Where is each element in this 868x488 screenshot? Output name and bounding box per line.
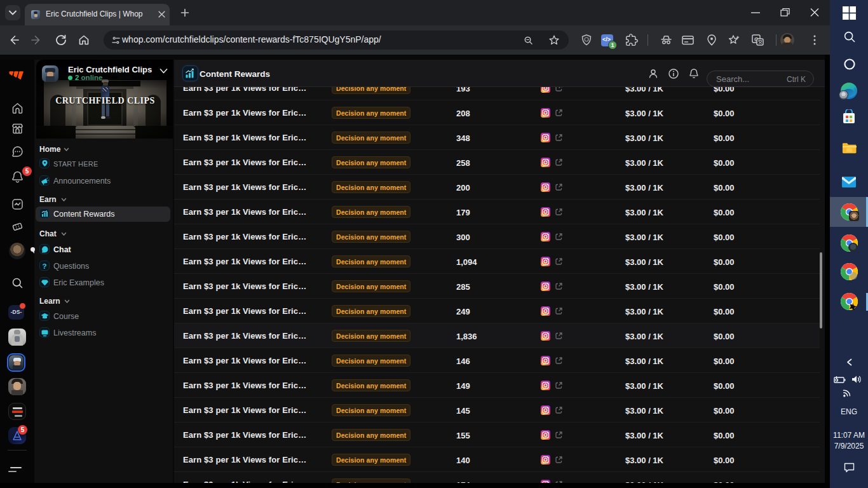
svg-text:?: ? <box>43 262 47 270</box>
